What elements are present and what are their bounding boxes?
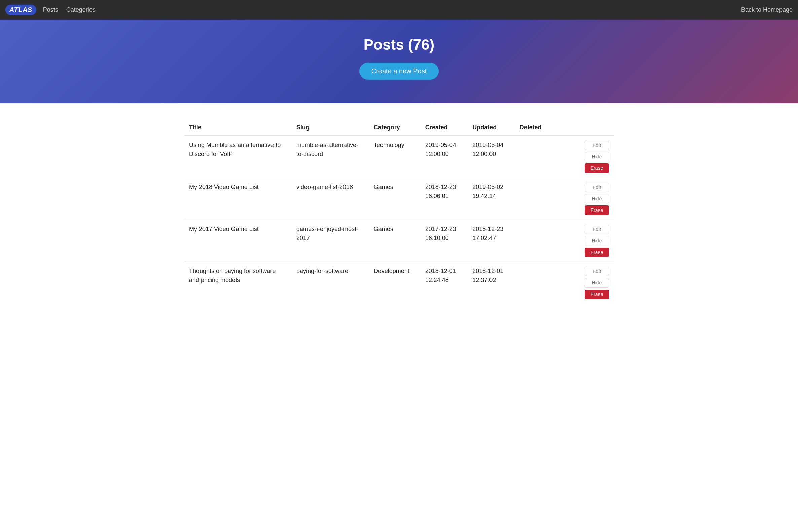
erase-button[interactable]: Erase <box>585 206 609 215</box>
navbar: ATLAS Posts Categories Back to Homepage <box>0 0 798 19</box>
cell-deleted <box>515 220 562 262</box>
cell-slug: video-game-list-2018 <box>292 178 369 220</box>
header-updated: Updated <box>468 120 515 135</box>
brand-logo[interactable]: ATLAS <box>5 5 36 15</box>
cell-slug: games-i-enjoyed-most-2017 <box>292 220 369 262</box>
erase-button[interactable]: Erase <box>585 247 609 257</box>
cell-title: My 2018 Video Game List <box>184 178 292 220</box>
hide-button[interactable]: Hide <box>585 278 609 287</box>
create-post-button[interactable]: Create a new Post <box>359 62 439 80</box>
cell-slug: mumble-as-alternative-to-discord <box>292 135 369 178</box>
cell-deleted <box>515 262 562 304</box>
header-category: Category <box>369 120 421 135</box>
cell-category: Technology <box>369 135 421 178</box>
cell-title: Thoughts on paying for software and pric… <box>184 262 292 304</box>
table-row: My 2018 Video Game Listvideo-game-list-2… <box>184 178 614 220</box>
nav-link-posts[interactable]: Posts <box>43 6 58 14</box>
cell-actions: EditHideErase <box>562 135 614 178</box>
cell-category: Games <box>369 220 421 262</box>
erase-button[interactable]: Erase <box>585 164 609 173</box>
cell-updated: 2018-12-01 12:37:02 <box>468 262 515 304</box>
nav-links: Posts Categories <box>43 6 741 14</box>
hide-button[interactable]: Hide <box>585 236 609 246</box>
hero-banner: Posts (76) Create a new Post <box>0 19 798 103</box>
edit-button[interactable]: Edit <box>585 267 609 276</box>
cell-actions: EditHideErase <box>562 178 614 220</box>
cell-title: My 2017 Video Game List <box>184 220 292 262</box>
cell-deleted <box>515 178 562 220</box>
navbar-right: Back to Homepage <box>741 6 793 14</box>
edit-button[interactable]: Edit <box>585 183 609 192</box>
cell-created: 2018-12-23 16:06:01 <box>421 178 468 220</box>
cell-created: 2019-05-04 12:00:00 <box>421 135 468 178</box>
hide-button[interactable]: Hide <box>585 194 609 204</box>
content-container: Title Slug Category Created Updated Dele… <box>178 103 620 321</box>
cell-slug: paying-for-software <box>292 262 369 304</box>
header-created: Created <box>421 120 468 135</box>
cell-updated: 2019-05-02 19:42:14 <box>468 178 515 220</box>
cell-deleted <box>515 135 562 178</box>
cell-actions: EditHideErase <box>562 220 614 262</box>
edit-button[interactable]: Edit <box>585 225 609 234</box>
header-slug: Slug <box>292 120 369 135</box>
header-deleted: Deleted <box>515 120 562 135</box>
table-row: Using Mumble as an alternative to Discor… <box>184 135 614 178</box>
hide-button[interactable]: Hide <box>585 152 609 162</box>
header-title: Title <box>184 120 292 135</box>
cell-category: Games <box>369 178 421 220</box>
nav-link-categories[interactable]: Categories <box>66 6 95 14</box>
page-title: Posts (76) <box>7 36 791 53</box>
back-to-homepage-link[interactable]: Back to Homepage <box>741 6 793 13</box>
cell-title: Using Mumble as an alternative to Discor… <box>184 135 292 178</box>
posts-table: Title Slug Category Created Updated Dele… <box>184 120 614 304</box>
cell-actions: EditHideErase <box>562 262 614 304</box>
cell-updated: 2019-05-04 12:00:00 <box>468 135 515 178</box>
edit-button[interactable]: Edit <box>585 140 609 150</box>
table-row: My 2017 Video Game Listgames-i-enjoyed-m… <box>184 220 614 262</box>
cell-updated: 2018-12-23 17:02:47 <box>468 220 515 262</box>
cell-created: 2017-12-23 16:10:00 <box>421 220 468 262</box>
erase-button[interactable]: Erase <box>585 289 609 299</box>
table-row: Thoughts on paying for software and pric… <box>184 262 614 304</box>
table-header-row: Title Slug Category Created Updated Dele… <box>184 120 614 135</box>
header-actions <box>562 120 614 135</box>
cell-category: Development <box>369 262 421 304</box>
cell-created: 2018-12-01 12:24:48 <box>421 262 468 304</box>
